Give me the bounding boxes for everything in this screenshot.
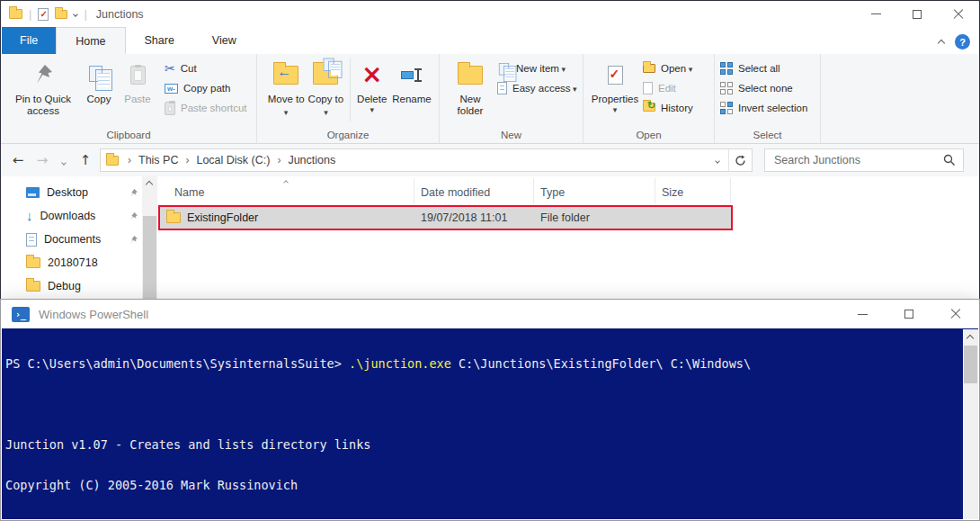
tab-file[interactable]: File [2, 27, 56, 54]
copy-icon [89, 58, 109, 91]
paste-shortcut-button[interactable]: Paste shortcut [165, 98, 247, 118]
window-title: Junctions [96, 8, 144, 21]
copy-button[interactable]: Copy [80, 58, 118, 105]
back-button[interactable]: ← [8, 152, 28, 168]
new-item-icon [499, 63, 509, 74]
open-label: Open [661, 63, 692, 74]
delete-button[interactable]: × Delete [353, 58, 390, 116]
address-dropdown-icon[interactable] [707, 157, 728, 163]
close-button[interactable] [932, 300, 979, 328]
powershell-console[interactable]: PS C:\Users\admin\Documents\Sysinternals… [2, 328, 978, 519]
sidebar-item-20180718[interactable]: 20180718 [1, 251, 158, 274]
address-bar[interactable]: › This PC › Local Disk (C:) › Junctions [100, 148, 753, 172]
minimize-button[interactable] [855, 1, 896, 27]
qat-new-folder-icon[interactable] [55, 10, 67, 19]
copy-path-button[interactable]: Copy path [165, 78, 247, 98]
select-none-button[interactable]: Select none [720, 78, 807, 98]
explorer-content: Desktop ↓ Downloads Documents 20180718 D… [1, 176, 979, 307]
search-input[interactable] [772, 153, 943, 167]
select-all-button[interactable]: Select all [720, 58, 807, 78]
scrollbar-thumb[interactable] [964, 346, 977, 383]
sidebar-scrollbar[interactable] [142, 176, 157, 307]
pin-label: Pin to Quick access [6, 94, 80, 117]
sidebar-item-desktop[interactable]: Desktop [1, 181, 158, 204]
file-explorer-window: | | Junctions File Home Share View ? [0, 0, 980, 307]
edit-icon [643, 82, 653, 94]
console-scrollbar[interactable] [963, 329, 978, 519]
paste-button[interactable]: Paste [118, 58, 157, 105]
sidebar-item-documents[interactable]: Documents [1, 228, 158, 251]
explorer-titlebar[interactable]: | | Junctions [1, 1, 979, 27]
tab-view[interactable]: View [193, 27, 255, 54]
table-row-existingfolder[interactable]: ExistingFolder 19/07/2018 11:01 File fol… [158, 205, 733, 230]
ribbon-group-new: New folder New item Easy access New [440, 54, 584, 143]
copy-to-label: Copy to [306, 94, 345, 119]
tab-home[interactable]: Home [56, 27, 125, 54]
history-button[interactable]: ↻ History [643, 98, 693, 118]
maximize-button[interactable] [896, 1, 938, 27]
copy-to-button[interactable]: Copy to [306, 58, 345, 119]
ribbon-group-select: Select all Select none Invert selection … [715, 54, 821, 143]
command-text: .\junction.exe [349, 356, 451, 371]
select-none-label: Select none [738, 83, 793, 94]
pin-to-quick-access-button[interactable]: Pin to Quick access [6, 58, 80, 117]
powershell-titlebar[interactable]: Windows PowerShell [1, 300, 979, 328]
pin-icon [129, 188, 138, 198]
move-to-button[interactable]: ← Move to [266, 58, 306, 119]
breadcrumb-this-pc[interactable]: This PC [134, 154, 183, 166]
refresh-icon [735, 155, 746, 166]
maximize-icon [913, 10, 922, 19]
pin-icon [129, 235, 138, 245]
tab-share[interactable]: Share [126, 27, 193, 54]
rename-label: Rename [392, 94, 431, 105]
properties-button[interactable]: Properties [591, 58, 639, 116]
column-header-name[interactable]: Name [158, 178, 414, 203]
close-button[interactable] [938, 1, 979, 27]
breadcrumb-separator: › [125, 154, 134, 166]
move-to-icon: ← [273, 58, 298, 91]
column-header-date-modified[interactable]: Date modified [414, 178, 534, 203]
open-button[interactable]: Open [643, 58, 693, 78]
recent-locations-icon[interactable] [57, 152, 71, 168]
help-icon[interactable]: ? [955, 34, 970, 49]
qat-properties-icon[interactable] [38, 8, 49, 21]
breadcrumb-junctions[interactable]: Junctions [283, 154, 340, 166]
breadcrumb-local-disk-c[interactable]: Local Disk (C:) [192, 154, 274, 166]
console-line-banner: Junction v1.07 - Creates and lists direc… [5, 438, 960, 452]
group-label-new: New [440, 130, 583, 140]
breadcrumb-separator: › [274, 154, 283, 166]
new-folder-icon [458, 58, 483, 91]
minimize-button[interactable] [839, 300, 886, 328]
maximize-button[interactable] [886, 300, 932, 328]
refresh-button[interactable] [728, 149, 752, 171]
column-header-type[interactable]: Type [534, 178, 655, 203]
forward-button[interactable]: → [32, 152, 52, 168]
up-button[interactable]: ↑ [76, 152, 95, 168]
scroll-up-icon[interactable] [967, 335, 974, 342]
sidebar-item-label: Downloads [40, 210, 96, 222]
easy-access-icon [497, 82, 507, 94]
cut-button[interactable]: ✂ Cut [165, 58, 247, 78]
scrollbar-thumb[interactable] [143, 216, 156, 307]
group-label-open: Open [584, 130, 714, 140]
scroll-up-icon[interactable] [146, 181, 153, 188]
pin-icon [33, 58, 53, 91]
qat-customize-icon[interactable] [74, 12, 79, 17]
edit-button[interactable]: Edit [643, 78, 693, 98]
cut-icon: ✂ [165, 61, 175, 76]
copy-label: Copy [87, 94, 111, 105]
open-icon [643, 64, 655, 73]
copy-path-label: Copy path [183, 83, 230, 94]
column-header-size[interactable]: Size [655, 178, 731, 203]
close-icon [950, 309, 961, 319]
collapse-ribbon-icon[interactable] [938, 39, 945, 46]
new-item-button[interactable]: New item [497, 58, 577, 78]
invert-selection-button[interactable]: Invert selection [720, 98, 807, 118]
new-folder-button[interactable]: New folder [449, 58, 492, 117]
sidebar-item-debug[interactable]: Debug [1, 274, 158, 298]
rename-button[interactable]: Rename [390, 58, 433, 105]
pin-icon [129, 211, 138, 221]
desktop-icon [26, 187, 40, 198]
sidebar-item-downloads[interactable]: ↓ Downloads [1, 204, 158, 228]
divider: | [84, 7, 86, 21]
